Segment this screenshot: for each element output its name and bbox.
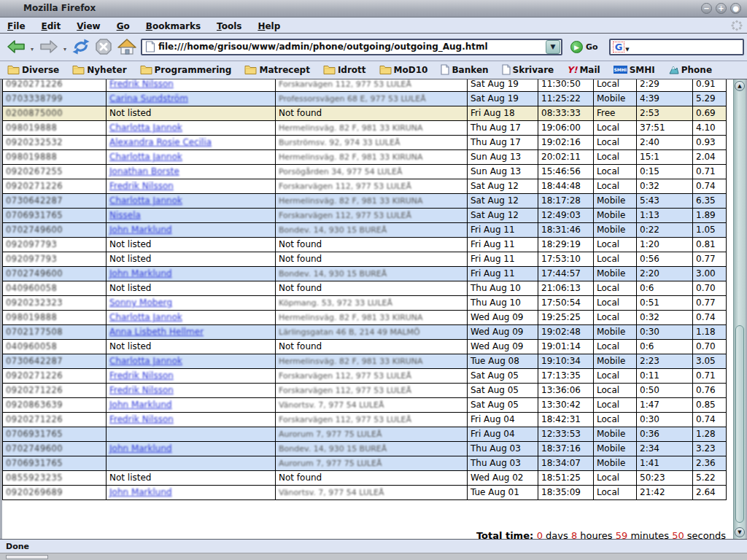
bookmark-mail[interactable]: Y!Mail bbox=[567, 65, 600, 75]
caller-name-link[interactable]: Nissela bbox=[109, 210, 141, 220]
caller-name-link[interactable]: Charlotta Jannok bbox=[109, 195, 182, 206]
cell-date: Wed Aug 09 bbox=[468, 324, 538, 339]
cell-time: 21:06:13 bbox=[538, 281, 594, 295]
maximize-button[interactable]: + bbox=[716, 3, 727, 14]
forward-button[interactable] bbox=[39, 38, 59, 55]
folder-icon bbox=[379, 65, 392, 74]
menu-edit[interactable]: Edit bbox=[42, 21, 61, 31]
url-input[interactable] bbox=[158, 42, 546, 52]
stop-button[interactable] bbox=[94, 38, 113, 55]
status-text: Done bbox=[6, 542, 29, 551]
cell-duration: 0:30 bbox=[637, 412, 693, 427]
cell-duration: 2:23 bbox=[637, 354, 693, 368]
cell-time: 19:06:00 bbox=[538, 120, 594, 135]
cell-date: Sat Aug 05 bbox=[468, 397, 538, 412]
close-button[interactable]: ● bbox=[730, 3, 741, 14]
bookmark-idrott[interactable]: Idrott bbox=[323, 65, 366, 75]
url-dropdown-button[interactable]: ▼ bbox=[546, 40, 560, 54]
cell-caller-name: Not listed bbox=[107, 252, 276, 266]
forward-dropdown-icon[interactable]: ▾ bbox=[63, 46, 66, 52]
cell-call-type: Local bbox=[594, 470, 637, 485]
menu-tools[interactable]: Tools bbox=[217, 21, 241, 31]
caller-name-link[interactable]: John Marklund bbox=[109, 268, 172, 279]
back-button[interactable] bbox=[6, 38, 26, 55]
caller-name-link[interactable]: Fredrik Nilsson bbox=[109, 414, 174, 424]
url-bar[interactable]: ▼ bbox=[141, 39, 562, 55]
caller-name-link[interactable]: John Marklund bbox=[109, 443, 172, 454]
caller-name-link[interactable]: Sonny Moberg bbox=[109, 298, 172, 308]
browser-window: Mozilla Firefox − + ● FileEditViewGoBook… bbox=[0, 0, 747, 560]
cell-caller-name: Charlotta Jannok bbox=[107, 120, 276, 135]
caller-name-link[interactable]: Charlotta Jannok bbox=[109, 312, 182, 322]
scroll-up-icon[interactable]: ▲ bbox=[735, 81, 745, 91]
caller-name-link[interactable]: Jonathan Borste bbox=[109, 166, 179, 176]
search-bar[interactable]: G ▼ bbox=[609, 39, 744, 55]
search-input[interactable] bbox=[630, 42, 743, 52]
cell-date: Wed Aug 09 bbox=[468, 310, 538, 324]
bookmark-matrecept[interactable]: Matrecept bbox=[244, 65, 309, 75]
bookmark-programmering[interactable]: Programmering bbox=[140, 65, 232, 75]
caller-name-link[interactable]: John Marklund bbox=[109, 225, 172, 235]
home-icon bbox=[117, 38, 137, 55]
cell-duration: 0:56 bbox=[637, 252, 693, 266]
table-row: 0702749600John MarklundBondev. 14, 930 1… bbox=[3, 441, 727, 456]
bookmark-smhi[interactable]: SMHISMHI bbox=[614, 65, 655, 75]
bookmark-diverse[interactable]: Diverse bbox=[7, 65, 59, 75]
cell-call-type: Local bbox=[594, 295, 637, 310]
caller-name-link[interactable]: Charlotta Jannok bbox=[109, 152, 182, 162]
cell-date: Fri Aug 11 bbox=[468, 237, 538, 252]
menu-help[interactable]: Help bbox=[258, 21, 280, 31]
cell-duration: 2:20 bbox=[637, 266, 693, 281]
cell-caller-name: Not listed bbox=[107, 237, 276, 252]
caller-name-link[interactable]: Fredrik Nilsson bbox=[109, 370, 174, 381]
cell-date: Thu Aug 17 bbox=[468, 135, 538, 149]
scrollbar-thumb[interactable] bbox=[735, 325, 744, 523]
caller-name-link[interactable]: Anna Lisbeth Hellmer bbox=[109, 327, 204, 337]
cell-duration: 1:41 bbox=[637, 456, 693, 470]
resize-grip[interactable] bbox=[6, 555, 48, 559]
navigation-toolbar: ▾ ▾ bbox=[0, 34, 747, 61]
bookmark-label: Idrott bbox=[338, 65, 366, 75]
back-dropdown-icon[interactable]: ▾ bbox=[31, 46, 34, 52]
cell-date: Sun Aug 13 bbox=[468, 164, 538, 179]
caller-name-link[interactable]: Fredrik Nilsson bbox=[109, 79, 174, 90]
bookmark-phone[interactable]: Phone bbox=[668, 65, 712, 75]
bookmark-mod10[interactable]: MoD10 bbox=[379, 65, 428, 75]
caller-name-link[interactable]: John Marklund bbox=[109, 487, 172, 497]
caller-name-link[interactable]: Alexandra Rosie Cecilia bbox=[109, 137, 212, 147]
cell-duration: 5:43 bbox=[637, 193, 693, 208]
cell-phone-number: 0920271226 bbox=[3, 412, 107, 427]
menu-file[interactable]: File bbox=[7, 21, 26, 31]
cell-caller-name: Sonny Moberg bbox=[107, 295, 276, 310]
cell-address: Professorsvägen 68 E, 977 53 LULEÅ bbox=[276, 91, 468, 106]
cell-cost: 0.70 bbox=[693, 281, 727, 295]
caller-name-link[interactable]: John Marklund bbox=[109, 400, 172, 410]
caller-name-link[interactable]: Charlotta Jannok bbox=[109, 356, 182, 366]
caller-name-link[interactable]: Charlotta Jannok bbox=[109, 122, 182, 133]
bookmark-nyheter[interactable]: Nyheter bbox=[72, 65, 126, 75]
caller-name-link[interactable]: Fredrik Nilsson bbox=[109, 385, 174, 395]
go-button[interactable]: ▶ bbox=[570, 41, 583, 53]
caller-name-link[interactable]: Carina Sundström bbox=[109, 93, 188, 104]
bookmark-banken[interactable]: Banken bbox=[441, 64, 488, 75]
cell-cost: 0.71 bbox=[693, 368, 727, 383]
minimize-button[interactable]: − bbox=[701, 3, 712, 14]
reload-button[interactable] bbox=[71, 38, 90, 55]
cell-time: 13:36:06 bbox=[538, 383, 594, 397]
cell-cost: 1.28 bbox=[693, 427, 727, 441]
bookmarks-toolbar: DiverseNyheterProgrammeringMatreceptIdro… bbox=[0, 61, 747, 79]
menu-bookmarks[interactable]: Bookmarks bbox=[146, 21, 201, 31]
vertical-scrollbar[interactable]: ▲ ▼ bbox=[733, 79, 746, 539]
menu-go[interactable]: Go bbox=[117, 21, 130, 31]
bookmark-skrivare[interactable]: Skrivare bbox=[502, 64, 554, 75]
scroll-down-icon[interactable]: ▼ bbox=[735, 527, 745, 537]
go-label[interactable]: Go bbox=[586, 42, 598, 52]
menu-view[interactable]: View bbox=[77, 21, 100, 31]
cell-phone-number: 0702749600 bbox=[3, 441, 107, 456]
bookmark-label: SMHI bbox=[630, 65, 655, 75]
cell-caller-name: Not listed bbox=[107, 281, 276, 295]
cell-call-type: Local bbox=[594, 368, 637, 383]
cell-phone-number: 0920271226 bbox=[3, 179, 107, 193]
home-button[interactable] bbox=[117, 38, 137, 55]
caller-name-link[interactable]: Fredrik Nilsson bbox=[109, 181, 174, 191]
